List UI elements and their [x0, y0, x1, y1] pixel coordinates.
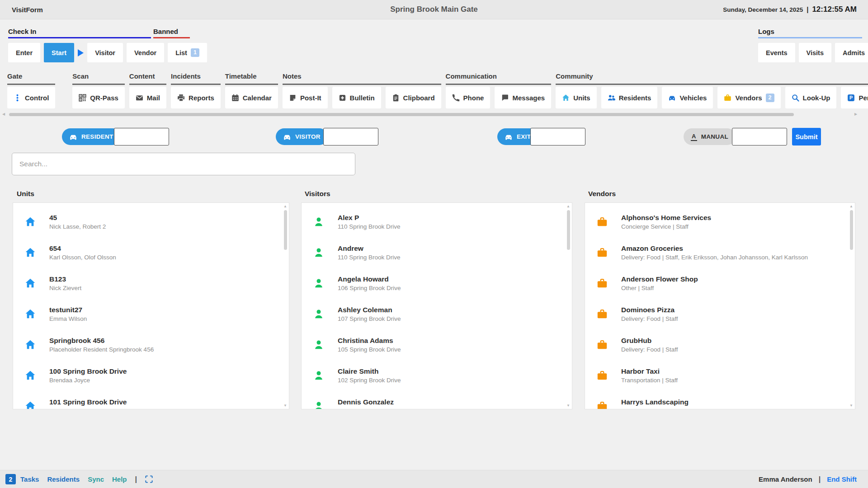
visitor-list-item[interactable]: Andrew110 Spring Brook Drive [302, 237, 572, 268]
scroll-up-icon[interactable]: ▲ [849, 204, 853, 208]
visits-button[interactable]: Visits [799, 43, 831, 62]
resident-scan-input[interactable] [114, 128, 169, 145]
visitors-scrollbar[interactable] [567, 210, 570, 250]
unit-list-item[interactable]: 100 Spring Brook DriveBrendaa Joyce [13, 360, 289, 391]
enter-button[interactable]: Enter [8, 43, 40, 62]
vendor-list-item[interactable]: Anderson Flower ShopOther | Staff [585, 268, 855, 299]
vendors-scrollbar[interactable] [850, 210, 853, 250]
vehicles-button[interactable]: Vehicles [662, 87, 713, 108]
visitor-scan-input[interactable] [323, 128, 378, 145]
search-input[interactable] [12, 153, 355, 175]
banned-list-button[interactable]: List 1 [168, 43, 207, 62]
note-icon [289, 94, 297, 102]
vendor-list-item[interactable]: Harrys LandscapingConcierge Service | St… [585, 391, 855, 409]
mail-button[interactable]: Mail [129, 87, 166, 108]
reports-button[interactable]: Reports [171, 87, 221, 108]
briefcase-icon [597, 309, 608, 319]
scroll-up-icon[interactable]: ▲ [566, 204, 570, 208]
vendor-list-item[interactable]: Alphonso's Home ServicesConcierge Servic… [585, 206, 855, 237]
tasks-link[interactable]: Tasks [20, 475, 39, 483]
person-icon [313, 216, 324, 227]
post-it-button[interactable]: Post-It [283, 87, 328, 108]
dots-menu-icon [14, 94, 21, 102]
manual-entry-button[interactable]: A MANUAL [684, 128, 736, 145]
units-scrollbar[interactable] [284, 210, 287, 250]
visitor-scan-button[interactable]: VISITOR [276, 128, 328, 145]
visitors-panel: Alex P110 Spring Brook Drive Andrew110 S… [301, 202, 572, 409]
unit-list-item[interactable]: 654Karl Olsson, Olof Olsson [13, 237, 289, 268]
events-button[interactable]: Events [758, 43, 795, 62]
visitor-list-item[interactable]: Dennis Gonzalez107 Spring Brook Drive [302, 391, 572, 409]
visitors-column-header: Visitors [305, 190, 330, 198]
end-shift-button[interactable]: End Shift [827, 475, 857, 483]
vendor-list-item[interactable]: Amazon GroceriesDelivery: Food | Staff, … [585, 237, 855, 268]
admits-button[interactable]: Admits [835, 43, 868, 62]
vendors-count-badge: 2 [766, 94, 774, 102]
clipboard-button[interactable]: Clipboard [386, 87, 441, 108]
vendor-list-item[interactable]: Harbor TaxiTransportation | Staff [585, 360, 855, 391]
permit-button[interactable]: Permit [841, 87, 868, 108]
vendor-list-item[interactable]: Dominoes PizzaDelivery: Food | Staff [585, 299, 855, 329]
toolbar-group-gate: Gate Control [7, 72, 55, 109]
scroll-left-icon[interactable]: ◀ [2, 112, 5, 117]
person-icon [313, 339, 324, 350]
exit-scan-input[interactable] [530, 128, 585, 145]
briefcase-icon [597, 339, 608, 350]
help-link[interactable]: Help [112, 475, 127, 483]
unit-list-item[interactable]: Springbrook 456Placeholder Resident Spri… [13, 329, 289, 360]
scroll-down-icon[interactable]: ▼ [566, 404, 570, 408]
messages-button[interactable]: Messages [495, 87, 551, 108]
home-icon [25, 247, 36, 258]
calendar-button[interactable]: Calendar [225, 87, 278, 108]
phone-button[interactable]: Phone [446, 87, 491, 108]
briefcase-icon [724, 94, 731, 102]
control-button[interactable]: Control [7, 87, 55, 108]
group-underline [556, 84, 868, 85]
manual-entry-input[interactable] [732, 128, 787, 145]
units-button[interactable]: Units [556, 87, 597, 108]
residents-link[interactable]: Residents [47, 475, 80, 483]
person-icon [313, 309, 324, 319]
divider: | [807, 5, 808, 13]
units-column-header: Units [17, 190, 34, 198]
unit-list-item[interactable]: 101 Spring Brook DriveEwan Anderson, Jac… [13, 391, 289, 409]
look-up-button[interactable]: Look-Up [785, 87, 837, 108]
group-underline [446, 84, 552, 85]
current-user: Emma Anderson [759, 475, 812, 483]
app-header: VisitForm Spring Brook Main Gate Sunday,… [0, 0, 868, 19]
resident-scan-button[interactable]: RESIDENT [62, 128, 121, 145]
unit-list-item[interactable]: testunit27Emma Wilson [13, 299, 289, 329]
submit-button[interactable]: Submit [792, 128, 821, 145]
vendors-button[interactable]: Vendors2 [717, 87, 780, 108]
sync-link[interactable]: Sync [88, 475, 104, 483]
visitor-list-item[interactable]: Claire Smith102 Spring Brook Drive [302, 360, 572, 391]
residents-button[interactable]: Residents [601, 87, 658, 108]
vendor-tab-button[interactable]: Vendor [127, 43, 164, 62]
bulletin-button[interactable]: Bulletin [332, 87, 381, 108]
home-icon [562, 94, 570, 102]
play-icon[interactable] [78, 49, 84, 56]
vendors-panel: Alphonso's Home ServicesConcierge Servic… [585, 202, 855, 409]
scroll-up-icon[interactable]: ▲ [283, 204, 287, 208]
check-in-section-label: Check In [8, 28, 37, 35]
visitor-list-item[interactable]: Ashley Coleman107 Spring Brook Drive [302, 299, 572, 329]
visitor-list-item[interactable]: Alex P110 Spring Brook Drive [302, 206, 572, 237]
scroll-down-icon[interactable]: ▼ [849, 404, 853, 408]
toolbar-scrollbar[interactable] [9, 113, 794, 116]
scroll-down-icon[interactable]: ▼ [283, 404, 287, 408]
start-button[interactable]: Start [44, 43, 74, 62]
briefcase-icon [597, 278, 608, 289]
scroll-right-icon[interactable]: ▶ [854, 112, 857, 117]
unit-list-item[interactable]: B123Nick Zievert [13, 268, 289, 299]
toolbar-group-timetable: Timetable Calendar [225, 72, 278, 109]
manual-input-icon: A [691, 133, 697, 141]
visitor-list-item[interactable]: Angela Howard106 Spring Brook Drive [302, 268, 572, 299]
status-bar: 2 Tasks Residents Sync Help | Emma Ander… [0, 470, 868, 488]
unit-list-item[interactable]: 45Nick Lasse, Robert 2 [13, 206, 289, 237]
visitor-list-item[interactable]: Christina Adams105 Spring Brook Drive [302, 329, 572, 360]
visitor-tab-button[interactable]: Visitor [87, 43, 123, 62]
qr-pass-button[interactable]: QR-Pass [72, 87, 125, 108]
group-underline [283, 84, 441, 85]
vendor-list-item[interactable]: GrubHubDelivery: Food | Staff [585, 329, 855, 360]
fullscreen-icon[interactable] [145, 475, 153, 483]
